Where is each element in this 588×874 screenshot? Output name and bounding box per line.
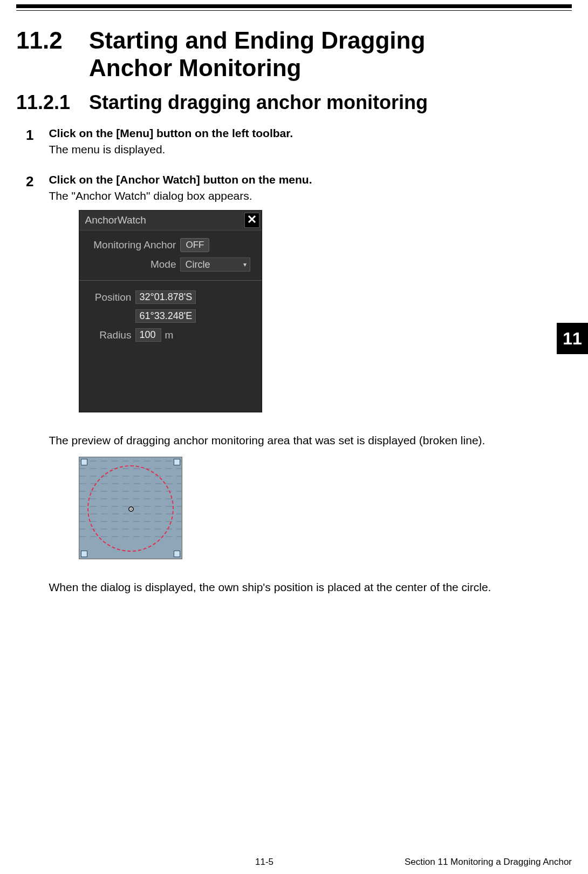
heading-title: Starting and Ending Dragging Anchor Moni… — [89, 27, 488, 82]
resize-handle-sw[interactable] — [81, 551, 87, 557]
page-footer: 11-5 Section 11 Monitoring a Dragging An… — [16, 857, 572, 868]
radius-label: Radius — [86, 329, 135, 341]
preview-description: The preview of dragging anchor monitorin… — [49, 434, 534, 447]
preview-area — [79, 457, 182, 559]
step-number: 1 — [26, 127, 46, 144]
heading-number: 11.2 — [16, 27, 89, 55]
center-description: When the dialog is displayed, the own sh… — [49, 581, 534, 594]
mode-select[interactable]: Circle ▾ — [180, 258, 250, 272]
chapter-tab: 11 — [557, 323, 588, 354]
step-2: 2 Click on the [Anchor Watch] button on … — [26, 173, 572, 594]
footer-section: Section 11 Monitoring a Dragging Anchor — [405, 857, 572, 868]
subheading-number: 11.2.1 — [16, 91, 89, 114]
position-label: Position — [86, 292, 135, 303]
resize-handle-ne[interactable] — [174, 459, 180, 465]
close-button[interactable] — [244, 213, 259, 228]
step-number: 2 — [26, 173, 46, 190]
select-value: Circle — [185, 259, 210, 270]
section-heading: 11.2Starting and Ending Dragging Anchor … — [16, 27, 572, 82]
position-lon-field[interactable]: 61°33.248'E — [135, 309, 196, 323]
step-title: Click on the [Anchor Watch] button on th… — [49, 173, 534, 186]
page-number: 11-5 — [124, 857, 405, 868]
anchor-watch-dialog: AnchorWatch Monitoring Anchor OFF Mode — [79, 210, 262, 412]
subheading-title: Starting dragging anchor monitoring — [89, 91, 428, 113]
resize-handle-nw[interactable] — [81, 459, 87, 465]
header-rule — [16, 4, 572, 11]
step-desc: The "Anchor Watch" dialog box appears. — [49, 189, 534, 202]
mode-label: Mode — [86, 259, 180, 270]
step-desc: The menu is displayed. — [49, 143, 534, 156]
step-title: Click on the [Menu] button on the left t… — [49, 127, 534, 140]
position-lat-field[interactable]: 32°01.878'S — [135, 290, 196, 304]
radius-unit: m — [165, 329, 173, 341]
dialog-title: AnchorWatch — [85, 214, 146, 226]
resize-handle-se[interactable] — [174, 551, 180, 557]
monitoring-anchor-label: Monitoring Anchor — [86, 239, 180, 251]
step-1: 1 Click on the [Menu] button on the left… — [26, 127, 572, 162]
close-icon — [247, 214, 257, 227]
dialog-titlebar: AnchorWatch — [79, 211, 262, 231]
subsection-heading: 11.2.1Starting dragging anchor monitorin… — [16, 91, 572, 114]
chevron-down-icon: ▾ — [243, 261, 247, 268]
radius-field[interactable]: 100 — [135, 328, 161, 342]
monitoring-anchor-toggle[interactable]: OFF — [180, 238, 209, 252]
toggle-value: OFF — [186, 240, 204, 250]
